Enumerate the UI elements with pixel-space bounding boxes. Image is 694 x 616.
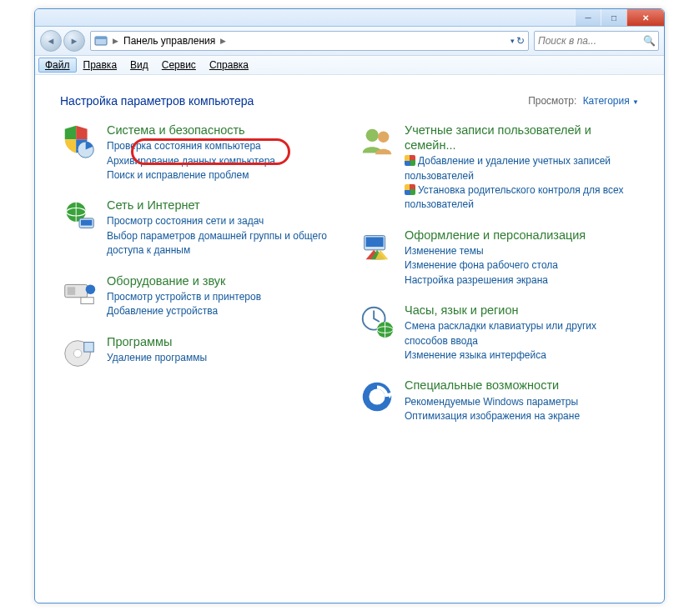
- svg-point-12: [73, 349, 82, 358]
- task-link[interactable]: Проверка состояния компьютера: [107, 139, 341, 153]
- category-system-security: Система и безопасность Проверка состояни…: [60, 123, 341, 183]
- forward-button[interactable]: ►: [63, 30, 85, 52]
- back-button[interactable]: ◄: [40, 30, 62, 52]
- chevron-down-icon: ▼: [632, 98, 639, 106]
- task-link[interactable]: Установка родительского контроля для все…: [405, 183, 639, 213]
- task-link[interactable]: Выбор параметров домашней группы и общег…: [107, 229, 341, 258]
- menu-service[interactable]: Сервис: [155, 58, 203, 73]
- menu-help[interactable]: Справка: [203, 58, 255, 73]
- network-internet-icon: [60, 198, 98, 236]
- svg-rect-13: [84, 342, 94, 352]
- user-accounts-icon: [358, 123, 396, 161]
- address-dropdown-icon[interactable]: ▾: [510, 37, 515, 45]
- task-link[interactable]: Добавление и удаление учетных записей по…: [405, 154, 639, 183]
- clock-language-region-icon: [358, 303, 396, 341]
- category-title[interactable]: Оборудование и звук: [107, 273, 225, 288]
- svg-rect-17: [366, 237, 384, 247]
- category-user-accounts: Учетные записи пользователей и семейн...…: [358, 123, 639, 213]
- task-link[interactable]: Просмотр состояния сети и задач: [107, 214, 341, 228]
- maximize-button[interactable]: □: [601, 9, 626, 26]
- task-link[interactable]: Архивирование данных компьютера: [107, 154, 341, 168]
- menu-bar: Файл Правка Вид Сервис Справка: [35, 56, 664, 75]
- category-programs: Программы Удаление программы: [60, 334, 341, 373]
- refresh-button[interactable]: ↻: [516, 35, 525, 47]
- category-clock-language-region: Часы, язык и регион Смена раскладки клав…: [358, 303, 639, 363]
- minimize-button[interactable]: ─: [575, 9, 601, 26]
- menu-edit[interactable]: Правка: [77, 58, 124, 73]
- view-by-label: Просмотр:: [528, 95, 576, 107]
- category-title[interactable]: Учетные записи пользователей и семейн...: [405, 123, 639, 153]
- control-panel-window: ─ □ ✕ ◄ ► ▶ Панель управления ▶ ▾ ↻: [34, 8, 665, 603]
- breadcrumb-item[interactable]: Панель управления: [123, 35, 215, 47]
- category-ease-of-access: Специальные возможности Рекомендуемые Wi…: [358, 378, 639, 423]
- close-button[interactable]: ✕: [626, 9, 664, 26]
- task-link[interactable]: Настройка разрешения экрана: [405, 273, 639, 288]
- task-link[interactable]: Изменение темы: [405, 244, 639, 258]
- task-link[interactable]: Просмотр устройств и принтеров: [107, 290, 341, 304]
- task-link[interactable]: Добавление устройства: [107, 304, 341, 318]
- breadcrumb-arrow-icon: ▶: [113, 37, 118, 45]
- menu-file[interactable]: Файл: [38, 58, 77, 73]
- left-column: Система и безопасность Проверка состояни…: [60, 123, 341, 423]
- svg-point-22: [369, 389, 385, 405]
- category-appearance-personalization: Оформление и персонализация Изменение те…: [358, 228, 639, 288]
- svg-point-9: [86, 284, 96, 294]
- task-link[interactable]: Удаление программы: [107, 351, 341, 365]
- hardware-sound-icon: [60, 273, 98, 312]
- category-title[interactable]: Специальные возможности: [405, 378, 559, 393]
- right-column: Учетные записи пользователей и семейн...…: [358, 123, 639, 423]
- task-link[interactable]: Смена раскладки клавиатуры или других сп…: [405, 319, 639, 348]
- programs-icon: [60, 334, 98, 373]
- category-title[interactable]: Программы: [107, 334, 172, 349]
- task-link[interactable]: Изменение фона рабочего стола: [405, 258, 639, 273]
- system-security-icon: [60, 123, 98, 161]
- svg-point-15: [378, 132, 389, 143]
- search-placeholder: Поиск в па...: [538, 35, 596, 47]
- page-title: Настройка параметров компьютера: [60, 94, 254, 108]
- appearance-icon: [358, 228, 396, 266]
- search-input[interactable]: Поиск в па... 🔍: [534, 31, 659, 51]
- category-title[interactable]: Система и безопасность: [107, 123, 245, 138]
- nav-bar: ◄ ► ▶ Панель управления ▶ ▾ ↻ Поиск в па…: [35, 27, 664, 56]
- svg-point-14: [366, 129, 379, 142]
- task-link[interactable]: Изменение языка интерфейса: [405, 348, 639, 363]
- menu-view[interactable]: Вид: [123, 58, 155, 73]
- category-title[interactable]: Часы, язык и регион: [405, 303, 518, 318]
- titlebar: ─ □ ✕: [35, 9, 664, 27]
- category-network-internet: Сеть и Интернет Просмотр состояния сети …: [60, 198, 341, 258]
- ease-of-access-icon: [358, 378, 396, 416]
- control-panel-icon: [94, 34, 108, 48]
- svg-rect-1: [95, 37, 107, 39]
- category-title[interactable]: Сеть и Интернет: [107, 198, 200, 213]
- category-hardware-sound: Оборудование и звук Просмотр устройств и…: [60, 273, 341, 319]
- svg-rect-10: [81, 297, 93, 303]
- svg-rect-8: [68, 287, 76, 295]
- task-link[interactable]: Оптимизация изображения на экране: [405, 409, 639, 423]
- search-icon: 🔍: [643, 35, 655, 47]
- task-link[interactable]: Поиск и исправление проблем: [107, 168, 341, 183]
- breadcrumb-arrow-icon: ▶: [220, 37, 226, 45]
- svg-rect-6: [81, 220, 92, 226]
- view-by: Просмотр: Категория ▼: [528, 95, 639, 107]
- view-by-dropdown[interactable]: Категория ▼: [583, 95, 639, 107]
- task-link[interactable]: Рекомендуемые Windows параметры: [405, 395, 639, 409]
- category-title[interactable]: Оформление и персонализация: [405, 228, 586, 243]
- address-bar[interactable]: ▶ Панель управления ▶ ▾ ↻: [90, 31, 529, 51]
